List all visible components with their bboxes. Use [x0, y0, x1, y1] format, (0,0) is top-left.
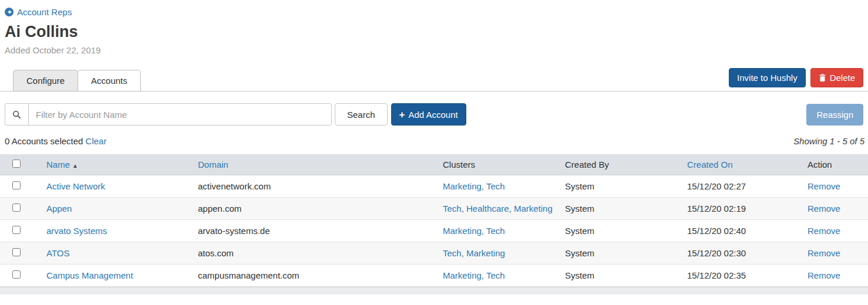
- add-account-label: Add Account: [408, 110, 457, 120]
- bottom-strip: [0, 287, 868, 294]
- row-checkbox[interactable]: [12, 248, 21, 256]
- tab-accounts[interactable]: Accounts: [78, 70, 141, 92]
- account-created-by: System: [565, 270, 594, 280]
- remove-link[interactable]: Remove: [808, 181, 840, 191]
- clear-selection-link[interactable]: Clear: [86, 136, 107, 146]
- account-domain: activenetwork.com: [198, 181, 271, 191]
- account-created-on: 15/12/20 02:19: [687, 204, 746, 214]
- table-row: arvato Systems arvato-systems.de Marketi…: [0, 220, 868, 242]
- row-checkbox[interactable]: [12, 181, 21, 189]
- breadcrumb-label: Account Reps: [17, 7, 72, 17]
- column-header-domain[interactable]: Domain: [198, 160, 228, 170]
- column-header-action: Action: [808, 160, 832, 170]
- account-created-by: System: [565, 204, 594, 214]
- selection-info: 0 Accounts selected Clear: [5, 136, 106, 146]
- row-checkbox[interactable]: [12, 270, 21, 279]
- account-clusters-link[interactable]: Marketing, Tech: [443, 181, 505, 191]
- table-row: Campus Management campusmanagement.com M…: [0, 265, 868, 287]
- breadcrumb: Account Reps: [0, 0, 868, 18]
- delete-button-label: Delete: [830, 73, 855, 83]
- account-domain: appen.com: [198, 204, 241, 214]
- plus-icon: +: [399, 110, 405, 120]
- selection-row: 0 Accounts selected Clear Showing 1 - 5 …: [5, 136, 864, 146]
- account-clusters-link[interactable]: Tech, Healthcare, Marketing: [443, 204, 553, 214]
- account-name-link[interactable]: Active Network: [46, 181, 105, 191]
- account-created-on: 15/12/20 02:35: [687, 270, 746, 280]
- tab-configure[interactable]: Configure: [13, 70, 78, 92]
- toolbar: Search + Add Account Reassign: [5, 103, 863, 126]
- remove-link[interactable]: Remove: [808, 226, 840, 236]
- tab-bar: Configure Accounts Invite to Hushly Dele…: [0, 68, 868, 92]
- trash-icon: [819, 74, 826, 82]
- filter-by-account-name-input[interactable]: [28, 103, 332, 126]
- reassign-button[interactable]: Reassign: [806, 104, 863, 126]
- account-domain: campusmanagement.com: [198, 270, 300, 280]
- account-created-on: 15/12/20 02:27: [687, 181, 746, 191]
- showing-range-text: Showing 1 - 5 of 5: [793, 136, 864, 146]
- account-clusters-link[interactable]: Marketing, Tech: [443, 226, 505, 236]
- account-domain: arvato-systems.de: [198, 226, 270, 236]
- account-created-by: System: [565, 226, 594, 236]
- table-row: Appen appen.com Tech, Healthcare, Market…: [0, 198, 868, 220]
- column-header-created-by: Created By: [565, 160, 609, 170]
- delete-button[interactable]: Delete: [810, 68, 863, 87]
- table-row: Active Network activenetwork.com Marketi…: [0, 175, 868, 198]
- account-name-link[interactable]: ATOS: [46, 248, 69, 258]
- accounts-table-header: Name▲ Domain Clusters Created By Created…: [0, 154, 868, 175]
- account-created-on: 15/12/20 02:40: [687, 226, 746, 236]
- top-action-buttons: Invite to Hushly Delete: [729, 68, 863, 87]
- column-header-created-on[interactable]: Created On: [687, 160, 733, 170]
- account-name-link[interactable]: arvato Systems: [46, 226, 107, 236]
- search-button[interactable]: Search: [335, 103, 388, 126]
- circle-arrow-left-icon: [5, 8, 14, 16]
- invite-to-hushly-button[interactable]: Invite to Hushly: [729, 68, 806, 87]
- page-subtitle: Added October 22, 2019: [5, 45, 863, 55]
- row-checkbox[interactable]: [12, 226, 21, 234]
- account-clusters-link[interactable]: Marketing, Tech: [443, 270, 505, 280]
- account-clusters-link[interactable]: Tech, Marketing: [443, 248, 505, 258]
- account-name-link[interactable]: Appen: [46, 204, 72, 214]
- column-header-clusters: Clusters: [443, 160, 475, 170]
- account-name-link[interactable]: Campus Management: [46, 270, 133, 280]
- remove-link[interactable]: Remove: [808, 248, 840, 258]
- row-checkbox[interactable]: [12, 204, 21, 212]
- remove-link[interactable]: Remove: [808, 270, 840, 280]
- sort-asc-icon: ▲: [72, 162, 78, 169]
- accounts-table: Name▲ Domain Clusters Created By Created…: [0, 154, 868, 287]
- table-row: ATOS atos.com Tech, Marketing System 15/…: [0, 242, 868, 265]
- account-created-on: 15/12/20 02:30: [687, 248, 746, 258]
- account-created-by: System: [565, 248, 594, 258]
- filter-input-group: [5, 103, 332, 126]
- page-title: Ai Collins: [5, 23, 863, 41]
- accounts-table-body: Active Network activenetwork.com Marketi…: [0, 175, 868, 287]
- add-account-button[interactable]: + Add Account: [391, 103, 466, 126]
- account-domain: atos.com: [198, 248, 234, 258]
- search-icon-addon: [5, 103, 28, 126]
- back-to-account-reps-link[interactable]: Account Reps: [5, 7, 72, 17]
- tabs: Configure Accounts: [5, 70, 140, 92]
- search-icon: [12, 110, 21, 119]
- select-all-checkbox[interactable]: [12, 160, 21, 168]
- column-header-name[interactable]: Name: [46, 160, 70, 170]
- remove-link[interactable]: Remove: [808, 204, 840, 214]
- page: Account Reps Ai Collins Added October 22…: [0, 0, 868, 294]
- account-created-by: System: [565, 181, 594, 191]
- selection-count-text: 0 Accounts selected: [5, 136, 83, 146]
